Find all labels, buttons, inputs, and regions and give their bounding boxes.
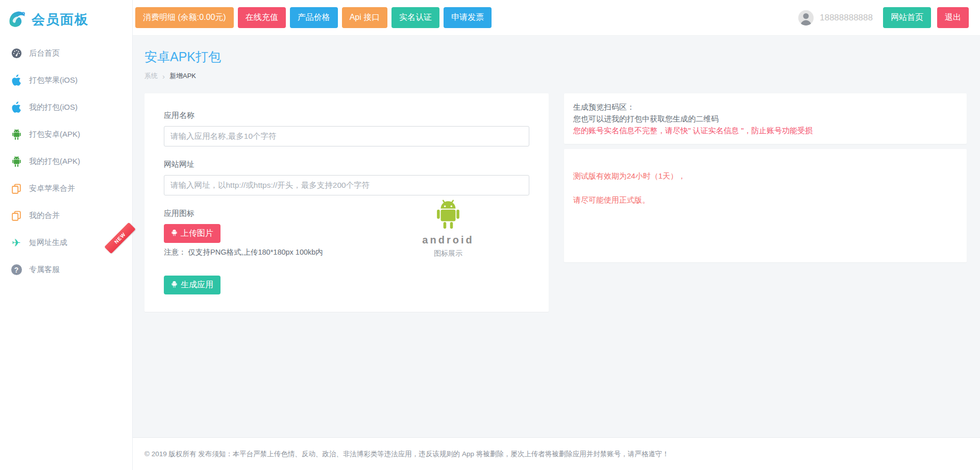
icon-preview: android 图标展示: [397, 199, 499, 258]
sidebar-item-my-apk[interactable]: 我的打包(APK): [0, 148, 132, 175]
sidebar-item-my-merge[interactable]: 我的合并: [0, 202, 132, 229]
sidebar-item-package-apk[interactable]: 打包安卓(APK): [0, 121, 132, 148]
topbar-user-area: 18888888888 网站首页 退出: [798, 7, 969, 28]
copy-icon: [10, 183, 22, 195]
right-column: 生成预览扫码区： 您也可以进我的打包中获取您生成的二维码 您的账号实名信息不完整…: [564, 93, 967, 262]
android-icon: [171, 229, 178, 238]
breadcrumb-root[interactable]: 系统: [144, 71, 158, 81]
dashboard-icon: [10, 47, 22, 60]
android-icon: [10, 156, 22, 168]
topbar-buttons: 消费明细 (余额:0.00元) 在线充值 产品价格 Api 接口 实名认证 申请…: [135, 7, 492, 28]
content-area: 安卓APK打包 系统 › 新增APK 应用名称 网站网址 应用图标: [133, 36, 980, 437]
upload-image-button[interactable]: 上传图片: [164, 224, 220, 243]
topbar: 消费明细 (余额:0.00元) 在线充值 产品价格 Api 接口 实名认证 申请…: [133, 0, 980, 36]
realname-warning: 您的账号实名信息不完整，请尽快" 认证实名信息 "，防止账号功能受损: [573, 125, 958, 136]
trial-notice-line1: 测试版有效期为24小时（1天），: [573, 171, 958, 181]
trial-notice-card: 测试版有效期为24小时（1天）， 请尽可能使用正式版。: [564, 149, 967, 262]
app-name-input[interactable]: [164, 126, 529, 146]
chevron-right-icon: ›: [162, 72, 165, 80]
invoice-button[interactable]: 申请发票: [444, 7, 492, 28]
qr-preview-line1: 生成预览扫码区：: [573, 101, 958, 113]
generate-app-label: 生成应用: [181, 280, 213, 290]
consume-detail-button[interactable]: 消费明细 (余额:0.00元): [135, 7, 234, 28]
brand-logo[interactable]: 会员面板: [0, 0, 132, 31]
sidebar-item-label: 打包苹果(iOS): [29, 76, 78, 85]
breadcrumb-current: 新增APK: [169, 71, 196, 81]
user-phone: 18888888888: [820, 13, 873, 23]
icon-preview-caption: 图标展示: [397, 249, 499, 258]
sidebar-item-my-ios[interactable]: 我的打包(iOS): [0, 94, 132, 121]
product-price-button[interactable]: 产品价格: [290, 7, 338, 28]
apk-form-card: 应用名称 网站网址 应用图标: [144, 93, 549, 312]
upload-image-label: 上传图片: [181, 228, 213, 239]
site-home-button[interactable]: 网站首页: [883, 7, 931, 28]
apple-icon: [10, 75, 22, 87]
copy-icon: [10, 210, 22, 222]
logout-button[interactable]: 退出: [937, 7, 969, 28]
app-name-label: 应用名称: [164, 111, 529, 120]
sidebar-item-label: 我的打包(APK): [29, 157, 80, 166]
recharge-button[interactable]: 在线充值: [238, 7, 286, 28]
app-root: 会员面板 后台首页: [0, 0, 980, 470]
copyright-text: © 2019 版权所有 发布须知：本平台严禁上传色情、反动、政治、非法博彩类等违…: [144, 450, 669, 459]
sidebar-nav: 后台首页 打包苹果(iOS) 我的打包(iOS): [0, 40, 132, 283]
apple-icon: [10, 102, 22, 114]
new-badge: NEW: [110, 229, 130, 249]
generate-app-button[interactable]: 生成应用: [164, 276, 220, 294]
breadcrumb: 系统 › 新增APK: [144, 71, 967, 81]
realname-auth-button[interactable]: 实名认证: [391, 7, 439, 28]
api-button[interactable]: Api 接口: [342, 7, 388, 28]
trial-notice-line2: 请尽可能使用正式版。: [573, 195, 958, 205]
qr-preview-card: 生成预览扫码区： 您也可以进我的打包中获取您生成的二维码 您的账号实名信息不完整…: [564, 93, 967, 144]
android-icon: [10, 129, 22, 141]
android-wordmark: android: [397, 234, 499, 246]
page-title: 安卓APK打包: [144, 48, 967, 65]
sidebar-item-short-url[interactable]: ✈ 短网址生成 NEW: [0, 229, 132, 256]
avatar[interactable]: [798, 10, 814, 26]
brand-title: 会员面板: [32, 11, 89, 29]
sidebar-item-label: 专属客服: [29, 265, 60, 275]
panels: 应用名称 网站网址 应用图标: [144, 93, 967, 312]
sidebar-item-label: 我的合并: [29, 211, 60, 220]
android-icon: [171, 281, 178, 290]
main-column: 消费明细 (余额:0.00元) 在线充值 产品价格 Api 接口 实名认证 申请…: [133, 0, 980, 470]
sidebar: 会员面板 后台首页: [0, 0, 133, 470]
footer: © 2019 版权所有 发布须知：本平台严禁上传色情、反动、政治、非法博彩类等违…: [133, 437, 980, 470]
qr-preview-line2: 您也可以进我的打包中获取您生成的二维码: [573, 113, 958, 125]
sidebar-item-label: 我的打包(iOS): [29, 103, 78, 112]
question-icon: ?: [10, 264, 22, 276]
sidebar-item-label: 打包安卓(APK): [29, 130, 80, 139]
sidebar-item-dashboard[interactable]: 后台首页: [0, 40, 132, 67]
sidebar-item-label: 短网址生成: [29, 238, 67, 248]
sidebar-item-label: 安卓苹果合并: [29, 184, 75, 193]
site-url-label: 网站网址: [164, 160, 529, 169]
plane-icon: ✈: [10, 237, 22, 249]
android-logo-icon: [434, 223, 462, 232]
sidebar-item-package-ios[interactable]: 打包苹果(iOS): [0, 67, 132, 94]
sidebar-item-label: 后台首页: [29, 48, 60, 58]
sidebar-item-merge[interactable]: 安卓苹果合并: [0, 175, 132, 202]
site-url-input[interactable]: [164, 175, 529, 195]
brand-logo-icon: [7, 8, 27, 31]
sidebar-item-support[interactable]: ? 专属客服: [0, 256, 132, 283]
